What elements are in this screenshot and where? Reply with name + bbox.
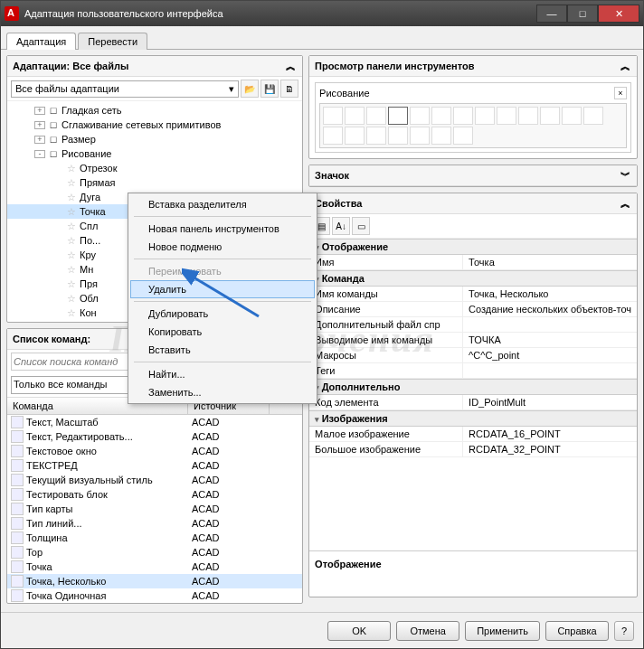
close-button[interactable]: ✕ — [598, 5, 639, 23]
tool-icon[interactable] — [431, 107, 451, 125]
tool-icon[interactable] — [410, 107, 430, 125]
tool-icon[interactable] — [366, 127, 386, 145]
command-row[interactable]: Точка ОдиночнаяACAD — [7, 588, 302, 603]
command-source: ACAD — [188, 460, 270, 471]
tree-node[interactable]: ☆Прямая — [7, 175, 302, 190]
save-all-icon[interactable]: 🗎 — [280, 80, 298, 98]
ok-button[interactable]: OK — [327, 621, 391, 641]
tool-icon[interactable] — [562, 107, 582, 125]
command-row[interactable]: Текст, МасштабACAD — [7, 415, 302, 429]
command-source: ACAD — [188, 518, 270, 529]
menu-item[interactable]: Новое подменю — [130, 238, 315, 256]
tree-node[interactable]: +□Сглаживание сетевых примитивов — [7, 118, 302, 132]
cat-command[interactable]: Команда — [309, 270, 637, 287]
alphabetical-icon[interactable]: A↓ — [332, 217, 350, 235]
tool-icon[interactable] — [540, 107, 560, 125]
cat-display[interactable]: Отображение — [309, 239, 637, 255]
help-icon[interactable]: ? — [614, 621, 634, 641]
tool-icon[interactable] — [583, 107, 603, 125]
command-row[interactable]: ТолщинаACAD — [7, 531, 302, 545]
tool-icon[interactable] — [323, 127, 343, 145]
menu-separator — [134, 259, 311, 259]
tree-item-icon: ☆ — [65, 277, 78, 290]
command-row[interactable]: ТорACAD — [7, 545, 302, 560]
menu-item[interactable]: Копировать — [130, 323, 315, 341]
tree-item-icon: ☆ — [65, 263, 78, 276]
expand-icon[interactable]: ︾ — [619, 169, 631, 182]
tree-toggle-icon[interactable]: + — [34, 121, 45, 129]
menu-item[interactable]: Найти... — [130, 365, 315, 383]
cancel-button[interactable]: Отмена — [396, 621, 459, 641]
collapse-icon[interactable]: ︽ — [619, 60, 631, 72]
tree-node[interactable]: ☆Отрезок — [7, 161, 302, 175]
prop-page-icon[interactable]: ▭ — [352, 217, 370, 235]
tool-icon[interactable] — [388, 107, 408, 125]
tree-node[interactable]: +□Гладкая сеть — [7, 103, 302, 118]
collapse-icon[interactable]: ︽ — [619, 197, 631, 210]
adaptations-title: Адаптации: Все файлы — [13, 61, 128, 71]
command-name: Тип карты — [26, 503, 72, 514]
tree-toggle-icon[interactable]: + — [34, 136, 45, 144]
properties-grid[interactable]: Отображение ИмяТочка Команда Имя команды… — [309, 239, 637, 550]
command-row[interactable]: Тип линий...ACAD — [7, 516, 302, 531]
save-icon[interactable]: 💾 — [260, 80, 279, 98]
command-grid[interactable]: Текст, МасштабACADТекст, Редактировать..… — [7, 415, 302, 603]
properties-panel: Свойства ︽ ▤ A↓ ▭ Отображение ИмяТочка К… — [308, 193, 638, 597]
cat-extra[interactable]: Дополнительно — [309, 379, 637, 395]
command-row[interactable]: ТЕКСТРЕДACAD — [7, 458, 302, 473]
command-row[interactable]: Тип картыACAD — [7, 502, 302, 516]
cat-images[interactable]: Изображения — [309, 410, 637, 427]
help-button[interactable]: Справка — [545, 621, 609, 641]
tool-icon[interactable] — [518, 107, 538, 125]
menu-item[interactable]: Новая панель инструментов — [130, 220, 315, 238]
command-row[interactable]: ТочкаACAD — [7, 560, 302, 574]
command-name: Тор — [26, 547, 43, 558]
command-source: ACAD — [188, 590, 270, 601]
tool-icon[interactable] — [345, 107, 365, 125]
command-row[interactable]: Текущий визуальный стильACAD — [7, 473, 302, 487]
tab-adapt[interactable]: Адаптация — [6, 33, 76, 50]
preview-box-title: Рисование — [319, 88, 369, 99]
maximize-button[interactable]: □ — [567, 5, 598, 23]
menu-item[interactable]: Дублировать — [130, 305, 315, 323]
tool-icon[interactable] — [475, 107, 495, 125]
command-row[interactable]: Тестировать блокACAD — [7, 487, 302, 502]
tab-translate[interactable]: Перевести — [78, 33, 147, 50]
command-row[interactable]: Текст, Редактировать...ACAD — [7, 429, 302, 444]
tree-item-icon: ☆ — [65, 234, 78, 247]
tool-icon[interactable] — [453, 127, 473, 145]
command-name: ТЕКСТРЕД — [26, 460, 78, 471]
collapse-icon[interactable]: ︽ — [284, 60, 297, 72]
tree-label: Кон — [80, 307, 97, 318]
tree-toggle-icon[interactable]: - — [34, 150, 45, 158]
menu-item[interactable]: Вставка разделителя — [130, 195, 315, 213]
command-row[interactable]: Точка, НесколькоACAD — [7, 574, 302, 588]
tool-icon[interactable] — [323, 107, 343, 125]
tree-item-icon: □ — [47, 104, 60, 117]
tool-icon[interactable] — [497, 107, 516, 125]
command-list-title: Список команд: — [13, 334, 90, 344]
preview-close-icon[interactable]: × — [614, 87, 627, 99]
tree-toggle-icon[interactable]: + — [34, 107, 45, 115]
adaptations-combo[interactable]: Все файлы адаптации — [11, 80, 239, 98]
tool-icon[interactable] — [388, 127, 408, 145]
apply-button[interactable]: Применить — [465, 621, 540, 641]
tool-icon[interactable] — [366, 107, 386, 125]
tree-node[interactable]: -□Рисование — [7, 146, 302, 161]
tool-icon[interactable] — [345, 127, 365, 145]
tree-item-icon: ☆ — [65, 220, 78, 232]
open-icon[interactable]: 📂 — [241, 80, 259, 98]
command-icon — [11, 416, 24, 428]
tree-node[interactable]: +□Размер — [7, 132, 302, 146]
tree-item-icon: ☆ — [65, 176, 78, 189]
tool-icon[interactable] — [431, 127, 451, 145]
minimize-button[interactable]: — — [536, 5, 567, 23]
tree-item-icon: ☆ — [65, 162, 78, 174]
tool-icon[interactable] — [410, 127, 430, 145]
tool-icon[interactable] — [453, 107, 473, 125]
tree-item-icon: □ — [47, 133, 60, 146]
command-row[interactable]: Текстовое окноACAD — [7, 444, 302, 458]
menu-item[interactable]: Вставить — [130, 341, 315, 359]
menu-item[interactable]: Заменить... — [130, 383, 315, 401]
menu-item[interactable]: Удалить — [130, 280, 315, 298]
